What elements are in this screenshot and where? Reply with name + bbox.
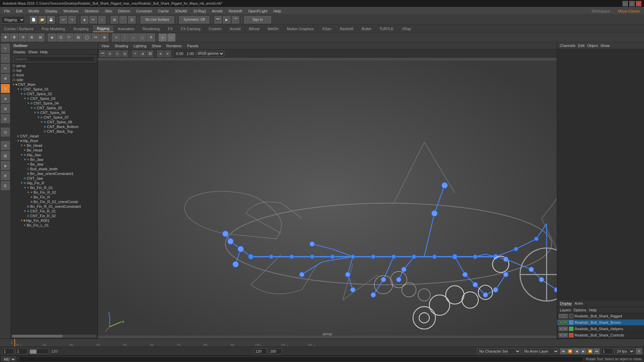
frame-start-field[interactable] <box>2 348 14 354</box>
viewport-menu-renderer[interactable]: Renderer <box>165 44 183 48</box>
camera-button[interactable]: 📷 <box>214 16 222 23</box>
tab-rendering[interactable]: Rendering <box>139 26 164 32</box>
loop-button[interactable]: ↺ <box>636 348 642 354</box>
close-button[interactable]: × <box>636 1 641 6</box>
script-language-dropdown[interactable]: MEL Python <box>1 356 16 362</box>
tab-bullet[interactable]: Bullet <box>358 26 376 32</box>
timeline-track[interactable]: 10 20 30 40 50 60 70 80 90 100 110 120 <box>14 339 644 347</box>
scale-tool-sidebar[interactable]: ⊕ <box>1 94 10 103</box>
layers-menu-options[interactable]: Options <box>574 308 586 312</box>
frame-current-field[interactable] <box>15 348 28 354</box>
channel-box-show-tab[interactable]: Show <box>600 44 610 48</box>
vp-camera-button[interactable]: 📷 <box>99 50 106 57</box>
tree-item-bn-head[interactable]: ▼ ✦ Bn_Head <box>11 143 98 148</box>
tab-bifrost[interactable]: Bifrost <box>245 26 264 32</box>
layer-row-rigged[interactable]: Realistic_Bull_Shark_Rigged <box>557 313 644 319</box>
layer-v-rigged[interactable] <box>558 314 563 318</box>
mel-command-input[interactable] <box>19 357 583 362</box>
vp-shading-mode-button[interactable]: ◑ <box>139 50 146 57</box>
tab-sculpting[interactable]: Sculpting <box>69 26 93 32</box>
layer-p-rigged[interactable] <box>563 314 568 318</box>
show-manipulator-sidebar[interactable]: ⊡ <box>1 128 10 136</box>
open-file-button[interactable]: 📂 <box>39 16 46 23</box>
tree-item-bn-fin-r-02[interactable]: ▼ ✦ Bn_Fin_R_02 <box>11 190 98 195</box>
nurbs-square-button[interactable]: □ <box>138 34 146 42</box>
fps-dropdown[interactable]: 24 fps <box>614 348 635 354</box>
tree-item-bn-fin-l-01[interactable]: ✦ Bn_Fin_L_01 <box>11 223 98 228</box>
tree-item-cnt-main[interactable]: ▼ ■ CNT_Main <box>11 82 98 87</box>
vp-xray-button[interactable]: ◈ <box>157 50 164 57</box>
layer-row-helpers[interactable]: V P Realistic_Bull_Shark_Helpers <box>557 326 644 332</box>
rigging-tools-sidebar[interactable]: ⚙ <box>1 171 10 180</box>
tab-animation[interactable]: Animation <box>114 26 139 32</box>
group-button[interactable]: ⊠ <box>74 34 82 42</box>
tree-item-side[interactable]: 🎥 side <box>11 77 98 82</box>
tab-turtle[interactable]: TURTLE <box>375 26 398 32</box>
history-sidebar[interactable]: ⊗ <box>1 141 10 150</box>
no-anim-layer-dropdown[interactable]: No Anim Layer <box>522 348 559 354</box>
tree-item-bull-shark-teeth[interactable]: ⬡ Bull_shark_teeth <box>11 167 98 171</box>
paint-button[interactable]: ✏ <box>90 16 97 23</box>
outliner-help-menu[interactable]: Help <box>40 50 48 54</box>
tree-item-bn-jaw-constraint[interactable]: ⊗ Bn_Jaw_orientConstraint1 <box>11 171 98 176</box>
paint-tool-sidebar[interactable]: ✏ <box>1 64 10 73</box>
menu-help[interactable]: Help <box>271 8 284 14</box>
minimize-button[interactable]: — <box>623 1 628 6</box>
hypershade-sidebar[interactable]: ◈ <box>1 161 10 170</box>
tab-rigging[interactable]: Rigging <box>93 25 114 32</box>
select-mode-button[interactable]: ◈ <box>81 16 88 23</box>
snap-curve-button[interactable]: ⌒ <box>119 16 127 23</box>
tree-item-top[interactable]: 🎥 top <box>11 68 98 73</box>
no-live-surface-button[interactable]: No Live Surface <box>141 16 174 23</box>
tree-item-hip-jaw[interactable]: ▼ ⊕ Hip_Jaw <box>11 153 98 157</box>
tree-item-cnt-fin-r-02[interactable]: ⊕ CNT_Fin_R_02 <box>11 214 98 218</box>
outliner-display-menu[interactable]: Display <box>13 50 25 54</box>
vp-colorspace-dropdown[interactable]: sRGB gamma <box>196 51 224 57</box>
no-character-set-dropdown[interactable]: No Character Set <box>477 348 521 354</box>
plus-icon-button[interactable]: + <box>159 34 167 42</box>
go-to-end-button[interactable]: ⏭ <box>594 348 600 354</box>
tree-item-bn-fin-r-01[interactable]: ▼ ✦ Bn_Fin_R_01 <box>11 185 98 190</box>
channel-box-channels-tab[interactable]: Channels <box>560 44 575 48</box>
tree-item-bn-fin-r-01-constraint[interactable]: ⊗ Bn_Fin_R_01_orientConstraint <box>11 204 98 209</box>
menu-windows[interactable]: Windows <box>61 8 81 14</box>
tree-item-cnt-spine-01[interactable]: ▼ ⊕ CNT_Spine_01 <box>11 87 98 92</box>
tab-curves-surfaces[interactable]: Curves / Surfaces <box>0 26 38 32</box>
tree-item-be-head[interactable]: ✦ Be_Head <box>11 148 98 153</box>
layer-row-controls[interactable]: V P Realistic_Bull_Shark_Controls <box>557 332 644 339</box>
rigging-dropdown[interactable]: Rigging <box>1 16 25 23</box>
menu-constrain[interactable]: Constrain <box>133 8 155 14</box>
lasso-button[interactable]: ○ <box>98 16 106 23</box>
tree-item-cnt-spine-06[interactable]: ▼ ⊕ CNT_Spine_06 <box>11 110 98 115</box>
vp-frame-button[interactable]: ⊡ <box>114 50 121 57</box>
viewport-menu-view[interactable]: View <box>100 44 111 48</box>
render-settings-sidebar[interactable]: ▥ <box>1 151 10 160</box>
ik-button[interactable]: ⚯ <box>92 34 100 42</box>
viewport-menu-shading[interactable]: Shading <box>113 44 129 48</box>
tree-item-cnt-spine-04[interactable]: ▼ ⊕ CNT_Spine_04 <box>11 101 98 106</box>
tree-item-cnt-back-bottom[interactable]: ⊕ CNT_Back_Bottom <box>11 124 98 129</box>
tree-item-cnt-spine-08[interactable]: ▼ ⊕ CNT_Spine_08 <box>11 120 98 124</box>
viewport-menu-show[interactable]: Show <box>151 44 163 48</box>
menu-file[interactable]: File <box>1 8 13 14</box>
outliner-search-input[interactable] <box>13 56 95 62</box>
current-frame-right[interactable] <box>601 348 613 354</box>
layers-menu-layers[interactable]: Layers <box>560 308 571 312</box>
render-button[interactable]: ▶ <box>223 16 230 23</box>
snap-point-button[interactable]: ⊡ <box>128 16 136 23</box>
snap-grid-button[interactable]: ⊞ <box>111 16 118 23</box>
tree-item-cnt-fin-r-01[interactable]: ▼ ⊕ CNT_Fin_R_01 <box>11 209 98 214</box>
menu-edit[interactable]: Edit <box>13 8 25 14</box>
tab-arnold[interactable]: Arnold <box>226 26 245 32</box>
curve-ep-button[interactable]: ∿ <box>112 34 120 42</box>
tree-item-be-fin-r[interactable]: ✦ Be_Fin_R <box>11 195 98 199</box>
tree-item-hip-fin-r001[interactable]: ▼ ■ Hip_Fin_R001 <box>11 218 98 223</box>
tree-item-cnt-spine-07[interactable]: ▼ ⊕ CNT_Spine_07 <box>11 115 98 120</box>
sign-in-button[interactable]: Sign In <box>244 16 271 23</box>
layers-menu-help[interactable]: Help <box>589 308 597 312</box>
rotate-tool-button[interactable]: ↺ <box>19 34 27 42</box>
locator-button[interactable]: ✛ <box>147 34 155 42</box>
scale-tool-button[interactable]: ⊕ <box>28 34 36 42</box>
anim-tab[interactable]: Anim <box>575 301 583 306</box>
select-tool-sidebar[interactable]: ↖ <box>1 44 10 53</box>
